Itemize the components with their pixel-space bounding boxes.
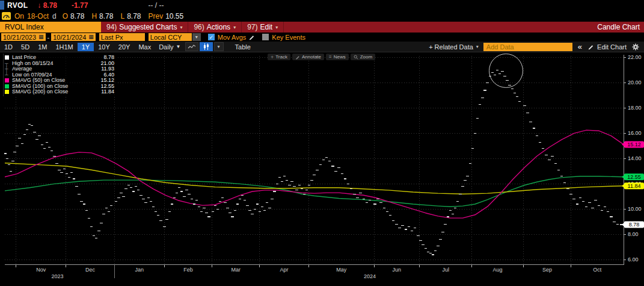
last-price-change-arrow: ↓ 8.78 [37,1,57,10]
currency-select[interactable]: Local CCY [149,33,192,41]
chart-legend: Last Price8.78┬High on 08/15/2421.00┼Ave… [3,54,116,96]
chart-area[interactable]: 22.0020.0018.0016.0014.0012.0010.008.006… [0,52,644,286]
net-change: -1.77 [72,1,88,10]
chevron-down-icon: ▾ [476,44,479,49]
x-axis-month-label: Mar [232,267,241,273]
axis-badge-value: 12.55 [627,174,641,180]
add-data-input[interactable]: Add Data [483,43,572,51]
chevron-down-icon: ▾ [195,34,198,40]
annotations [489,54,523,87]
period-button-1y[interactable]: 1Y [78,43,94,51]
x-axis-month-label: Nov [36,267,46,273]
prev-label: Prev [149,12,164,20]
x-axis-month-label: May [336,267,347,273]
x-axis-month-label: Feb [183,267,193,273]
period-button-10y[interactable]: 10Y [94,43,114,51]
legend-chip [5,55,9,60]
security-field[interactable]: RVOL Index [0,22,101,33]
tool-button-zoom[interactable]: Zoom [351,54,375,60]
date-range-dash: - [48,34,50,41]
chevron-down-icon: ▾ [218,44,220,49]
settings-gear-button[interactable] [632,43,644,51]
tool-button-track[interactable]: +Track [268,54,290,60]
period-button-max[interactable]: Max [134,43,155,51]
annotation-circle [489,54,523,87]
table-button[interactable]: Table [229,43,257,51]
open-value: 8.78 [70,12,84,20]
title-bar: RVOL ↓ 8.78 -1.77 -- / -- [0,0,644,10]
line-chart-button[interactable] [185,42,198,51]
pencil-icon[interactable] [248,34,255,40]
gauge-icon[interactable] [2,12,11,20]
ticker-symbol: RVOL [7,1,28,10]
menu-item-suggested-charts[interactable]: 94)Suggested Charts▾ [101,22,188,33]
period-button-5d[interactable]: 5D [17,43,34,51]
mov-avgs-checkbox[interactable]: ✓ [208,34,215,40]
key-events-checkbox[interactable] [262,34,269,40]
quote-date: 18-Oct [27,12,49,20]
date-from-field[interactable]: 10/21/2023▦ [1,33,46,41]
legend-marker-glyph: ┼ [5,66,8,72]
x-axis-year-label: 2023 [51,273,63,279]
mov-avgs-label[interactable]: Mov Avgs [218,34,247,41]
magnifier-icon [354,55,358,60]
date-to-field[interactable]: 10/21/2024▦ [51,33,96,41]
x-axis-month-label: Jun [393,267,402,273]
x-axis-month-label: Jan [135,267,144,273]
calendar-icon[interactable]: ▦ [38,34,44,40]
period-button-1d[interactable]: 1D [0,43,17,51]
menu-item-actions[interactable]: 96)Actions▾ [188,22,242,33]
x-axis-month-label: Oct [593,267,602,273]
menu-bar: RVOL Index 94)Suggested Charts▾96)Action… [0,22,644,33]
chevron-down-icon: ▾ [180,25,182,30]
edit-chart-button[interactable]: Edit Chart [587,43,632,51]
high-value: 8.78 [99,12,113,20]
x-axis-year-label: 2024 [364,273,376,279]
frequency-select[interactable]: Daily▼ [155,43,184,51]
pencil-icon [295,55,300,60]
calendar-icon[interactable]: ▦ [88,34,94,40]
window-accent [0,1,4,10]
menu-item-edit[interactable]: 97)Edit▾ [242,22,284,33]
session-flag: d [52,12,57,20]
low-value: 8.78 [127,12,141,20]
bid-ask: -- / -- [148,1,164,10]
sma-line [5,130,624,218]
chart-type-caret-button[interactable]: ▾ [214,42,224,51]
on-label: On [14,12,24,20]
collapse-panel-button[interactable]: « [572,42,587,51]
period-button-1h1m[interactable]: 1H1M [51,43,77,51]
y-axis-label: 6.00 [628,256,639,263]
x-axis-month-label: Apr [280,267,289,273]
y-axis-label: 18.00 [628,105,642,111]
open-label: O [63,12,68,20]
period-button-1m[interactable]: 1M [34,43,51,51]
y-axis-label: 20.00 [628,79,642,85]
news-icon: ≡ [329,54,332,60]
y-axis-label: 8.00 [628,231,639,237]
y-axis-label: 10.00 [628,206,642,212]
quote-bar: On 18-Oct d O 8.78 H 8.78 L 8.78 Prev 10… [0,10,644,22]
line-chart-icon [188,44,196,49]
price-field-select[interactable]: Last Px [99,33,145,41]
candle-chart-button[interactable] [200,42,213,51]
currency-caret-button[interactable]: ▾ [192,33,201,41]
chart-tools: +TrackAnnotate≡NewsZoom [268,54,375,60]
filter-bar: 10/21/2023▦ - 10/21/2024▦ Last Px Local … [0,33,644,42]
tool-button-annotate[interactable]: Annotate [292,54,324,60]
related-data-button[interactable]: + Related Data▾ [424,43,483,51]
chevron-down-icon: ▾ [233,25,236,30]
tool-button-news[interactable]: ≡News [326,54,349,60]
period-button-20y[interactable]: 20Y [114,43,135,51]
key-events-label[interactable]: Key Events [272,34,305,41]
legend-chip [5,84,9,89]
pencil-icon [587,43,594,50]
y-axis-label: 14.00 [628,155,642,161]
prev-value: 10.55 [165,12,183,20]
menu-items: 94)Suggested Charts▾96)Actions▾97)Edit▾ [101,22,284,33]
x-axis-month-label: Jul [442,267,449,273]
chevron-down-icon: ▾ [275,25,278,30]
axis-badge-value: 11.84 [628,183,641,189]
legend-marker-glyph: ┴ [5,72,8,78]
sma-line [5,163,624,194]
